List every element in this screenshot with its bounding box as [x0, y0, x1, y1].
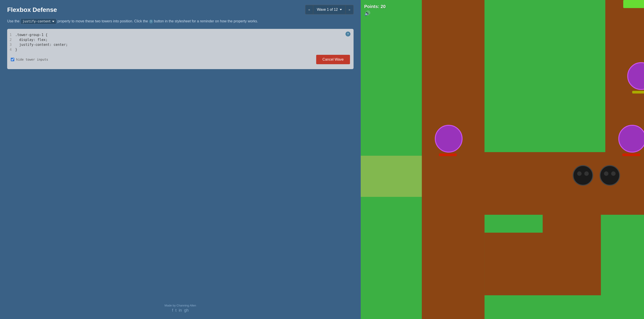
- wave-navigation: « Wave 1 of 12 »: [305, 5, 354, 14]
- instruction-suffix2: button in the stylesheet for a reminder …: [154, 19, 258, 23]
- instruction-prefix: Use the: [7, 19, 20, 23]
- cancel-wave-button[interactable]: Cancel Wave: [316, 55, 350, 64]
- prev-wave-button[interactable]: «: [305, 5, 313, 14]
- code-help-button[interactable]: ?: [346, 32, 350, 36]
- code-editor: ? 1 .tower-group-1 { 2 display: flex; 3 …: [7, 29, 354, 69]
- svg-point-17: [577, 171, 582, 176]
- game-hud: Points: 20 🔊: [364, 4, 386, 16]
- code-line-2: 2 display: flex;: [7, 37, 354, 42]
- svg-point-21: [611, 171, 616, 176]
- svg-point-12: [435, 125, 462, 152]
- code-line-1: 1 .tower-group-1 {: [7, 32, 354, 37]
- wave-dropdown-chevron: [340, 9, 342, 10]
- sound-icon[interactable]: 🔊: [364, 10, 386, 16]
- hide-tower-inputs-checkbox[interactable]: [11, 58, 14, 61]
- editor-footer: hide tower inputs Cancel Wave: [7, 52, 354, 64]
- svg-point-16: [573, 166, 593, 185]
- code-line-3[interactable]: 3 justify-content: center;: [7, 42, 354, 47]
- instruction-suffix: property to move these two towers into p…: [57, 19, 148, 23]
- property-badge[interactable]: justify-content: [20, 18, 56, 24]
- help-button-inline[interactable]: ?: [149, 20, 153, 24]
- right-panel: Points: 20 🔊: [361, 0, 644, 319]
- svg-rect-22: [623, 0, 644, 8]
- svg-rect-13: [439, 154, 457, 156]
- social-icons: f t in gh: [7, 308, 354, 313]
- points-display: Points: 20: [364, 4, 386, 9]
- twitter-icon[interactable]: t: [176, 308, 176, 313]
- attribution: Made by Channing Allen f t in gh: [7, 304, 354, 313]
- svg-point-19: [600, 166, 620, 185]
- svg-rect-15: [622, 154, 640, 156]
- left-panel: Flexbox Defense « Wave 1 of 12 » Use the…: [0, 0, 361, 319]
- svg-rect-5: [422, 192, 484, 319]
- github-icon[interactable]: gh: [184, 308, 189, 313]
- svg-rect-11: [632, 91, 644, 94]
- svg-point-18: [584, 171, 589, 176]
- code-line-4: 4 }: [7, 47, 354, 52]
- hide-tower-inputs-label[interactable]: hide tower inputs: [11, 58, 48, 61]
- app-title: Flexbox Defense: [7, 6, 354, 14]
- svg-point-14: [619, 125, 644, 152]
- svg-rect-7: [543, 192, 601, 295]
- instruction-text: Use the justify-content property to move…: [7, 18, 354, 24]
- game-canvas: [361, 0, 644, 319]
- property-chevron: [52, 21, 54, 22]
- svg-point-20: [604, 171, 608, 176]
- next-wave-button[interactable]: »: [346, 5, 354, 14]
- facebook-icon[interactable]: f: [172, 308, 173, 313]
- linkedin-icon[interactable]: in: [179, 308, 182, 313]
- wave-label[interactable]: Wave 1 of 12: [313, 5, 346, 14]
